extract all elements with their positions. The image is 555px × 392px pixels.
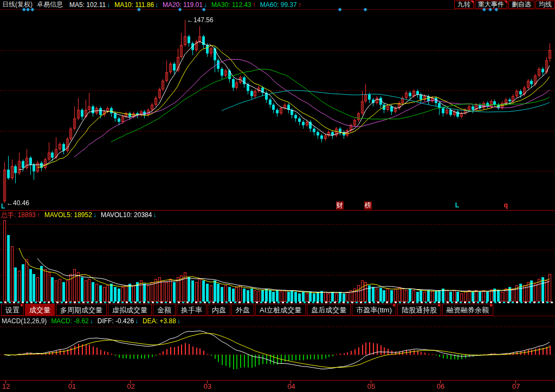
tab-label: 内盘 — [212, 305, 226, 315]
notification-dot — [490, 304, 492, 306]
ma-readout-0: MA5: 102.11 — [69, 1, 106, 9]
tab-label: 多周期成交量 — [60, 305, 102, 315]
tab-1[interactable]: 成交量 — [25, 304, 55, 316]
header-button-3[interactable]: 均线 — [535, 1, 555, 9]
pane-separator — [0, 210, 555, 211]
macd-chart[interactable] — [0, 326, 555, 380]
tab-4[interactable]: 金额 — [153, 304, 176, 316]
macd-readouts: MACD(12,26,9) MACD: -8.62↓DIFF: -0.426↓D… — [0, 316, 555, 325]
volume-readout-1: MAVOL5: 18952 — [44, 211, 92, 219]
axis-month-label: 02 — [127, 382, 134, 390]
macd-title: MACD(12,26,9) — [2, 317, 47, 325]
notification-dot — [438, 304, 440, 306]
tab-label: 设置 — [5, 305, 20, 315]
flag-榜-2[interactable]: 榜 — [364, 201, 372, 210]
tab-label: 市盈率(ttm) — [356, 305, 392, 315]
down-arrow-icon: ↓ — [177, 317, 180, 325]
ma-readout-4: MA60: 99.37 — [260, 1, 297, 9]
dashed-strip — [0, 302, 555, 303]
flag-L-0: L — [1, 202, 5, 210]
tab-label: 盘后成交量 — [311, 305, 346, 315]
tab-label: 成交量 — [29, 305, 50, 315]
axis-month-label: 05 — [367, 382, 375, 390]
axis-month-label: 04 — [287, 382, 295, 390]
macd-values: MACD: -8.62↓DIFF: -0.426↓DEA: +3.88↓ — [47, 317, 180, 325]
tab-label: AI立桩成交量 — [260, 305, 301, 315]
up-arrow-icon: ↑ — [37, 211, 40, 219]
indicator-tab-bar: 设置成交量多周期成交量虚拟成交量金额换手率内盘外盘AI立桩成交量盘后成交量市盈率… — [0, 304, 555, 316]
tab-label: 外盘 — [236, 305, 250, 315]
notification-dot — [21, 304, 23, 306]
ma-readout-3: MA30: 112.43 — [211, 1, 251, 9]
tab-3[interactable]: 虚拟成交量 — [108, 304, 152, 316]
tab-label: 虚拟成交量 — [112, 305, 147, 315]
time-axis[interactable]: 1201020304050607 — [0, 380, 555, 392]
up-arrow-icon: ↑ — [253, 1, 256, 9]
tab-11[interactable]: 陆股通持股 — [397, 304, 441, 316]
macd-readout-0: MACD: -8.62 — [51, 317, 88, 325]
down-arrow-icon: ↓ — [107, 1, 110, 9]
down-arrow-icon: ↓ — [93, 211, 96, 219]
axis-month-label: 07 — [512, 382, 520, 390]
stock-chart-window: 日线(复权) 卓易信息 MA5: 102.11↓MA10: 111.86↓MA2… — [0, 0, 555, 392]
up-arrow-icon: ↑ — [298, 1, 301, 9]
tab-0[interactable]: 设置 — [1, 304, 24, 316]
tab-label: 金额 — [157, 305, 171, 315]
tab-12[interactable]: 融资融券余额 — [442, 304, 493, 316]
tab-9[interactable]: 盘后成交量 — [307, 304, 351, 316]
axis-month-label: 03 — [204, 382, 211, 390]
macd-readout-1: DIFF: -0.426 — [98, 317, 134, 325]
tab-10[interactable]: 市盈率(ttm) — [352, 304, 396, 316]
axis-month-label: 06 — [437, 382, 444, 390]
header-button-2[interactable]: 删自选 — [508, 1, 534, 9]
tab-label: 陆股通持股 — [402, 305, 437, 315]
ma-readout-1: MA10: 111.86 — [114, 1, 154, 9]
down-arrow-icon: ↓ — [155, 1, 158, 9]
volume-readout-0: 总手: 18893 — [1, 211, 36, 220]
low-price-label: ←40.46 — [7, 199, 29, 207]
flag-q-4: q — [504, 201, 508, 209]
macd-readout-2: DEA: +3.88 — [143, 317, 176, 325]
tab-6[interactable]: 内盘 — [208, 304, 230, 316]
ma-readout-2: MA20: 119.01 — [163, 1, 203, 9]
volume-readouts: 总手: 18893↑MAVOL5: 18952↓MAVOL10: 20384↓ — [0, 211, 555, 219]
tab-7[interactable]: 外盘 — [231, 304, 254, 316]
header-button-0[interactable]: 九转 — [454, 1, 474, 9]
tab-label: 换手率 — [181, 305, 202, 315]
candlestick-chart[interactable] — [0, 10, 555, 210]
down-arrow-icon: ↓ — [135, 317, 138, 325]
tab-2[interactable]: 多周期成交量 — [56, 304, 107, 316]
volume-readout-2: MAVOL10: 20384 — [101, 211, 152, 219]
flag-财-1[interactable]: 财 — [336, 201, 344, 210]
stock-name[interactable]: 卓易信息 — [37, 0, 63, 9]
tab-8[interactable]: AI立桩成交量 — [255, 304, 306, 316]
chart-header-bar: 日线(复权) 卓易信息 MA5: 102.11↓MA10: 111.86↓MA2… — [0, 0, 555, 9]
notification-dot — [393, 304, 395, 306]
volume-chart[interactable] — [0, 219, 555, 302]
down-arrow-icon: ↓ — [153, 211, 156, 219]
axis-month-label: 12 — [2, 382, 10, 390]
header-buttons: 九转重大事件删自选均线 — [453, 1, 555, 9]
tab-label: 融资融券余额 — [447, 305, 489, 315]
ma-readouts: MA5: 102.11↓MA10: 111.86↓MA20: 119.01↓MA… — [65, 1, 301, 9]
high-price-label: ←147.56 — [187, 16, 214, 24]
tab-5[interactable]: 换手率 — [177, 304, 206, 316]
flag-L-3: L — [455, 201, 459, 209]
axis-month-label: 01 — [68, 382, 76, 390]
down-arrow-icon: ↓ — [90, 317, 93, 325]
